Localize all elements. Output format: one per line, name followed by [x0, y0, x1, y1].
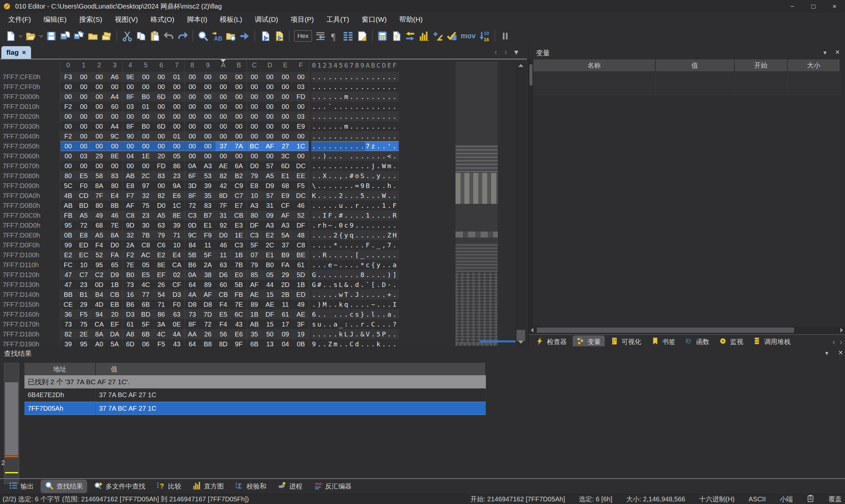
hex-byte[interactable]: DC: [293, 161, 309, 171]
hex-row[interactable]: 7FF7:D040hF200009C9000000100000000000000…: [0, 131, 527, 141]
hex-row[interactable]: 7FF7:D0F0h99EDF4D02AC8C610841146C35F2C37…: [0, 240, 527, 250]
hex-byte[interactable]: 02: [169, 270, 184, 280]
hex-byte[interactable]: 61: [122, 319, 138, 329]
hex-byte[interactable]: D0: [154, 200, 169, 211]
hex-byte[interactable]: 2B: [278, 290, 293, 300]
hex-byte[interactable]: 00: [60, 111, 76, 121]
hex-byte[interactable]: 00: [231, 82, 247, 92]
hex-byte[interactable]: F7: [122, 191, 138, 200]
hex-row[interactable]: 7FF7:D130h47230D1B734C26CF6489605BAF442D…: [0, 280, 527, 290]
hex-byte[interactable]: 3F: [293, 319, 309, 329]
hex-byte[interactable]: 07: [247, 250, 262, 260]
hex-byte[interactable]: 00: [107, 141, 122, 151]
hex-byte[interactable]: 00: [60, 161, 76, 171]
hex-byte[interactable]: B0: [262, 260, 278, 270]
hex-byte[interactable]: FD: [293, 92, 309, 102]
hex-byte[interactable]: 8D: [215, 191, 231, 200]
hex-byte[interactable]: 71: [154, 300, 169, 309]
hex-byte[interactable]: 00: [76, 161, 91, 171]
menu-item-2[interactable]: 搜索(S): [73, 15, 109, 24]
hex-row[interactable]: 7FF7:D010hF20000600301000000000000000000…: [0, 102, 527, 111]
hex-byte[interactable]: 7E: [122, 260, 138, 270]
hex-byte[interactable]: 92: [215, 220, 231, 230]
hex-byte[interactable]: AF: [122, 200, 138, 211]
bottom-tab-checksum[interactable]: Σ校验和: [231, 480, 271, 493]
hex-byte[interactable]: 63: [215, 260, 231, 270]
hex-byte[interactable]: 36: [60, 309, 76, 319]
menu-item-7[interactable]: 调试(D): [249, 15, 284, 24]
hex-row[interactable]: 7FF7:D170h7375CAEF615F3A0E8F72F443AB1517…: [0, 319, 527, 329]
hex-row[interactable]: 7FF7:D190h3995A05A6D06F54364B88D9F6B1304…: [0, 339, 527, 346]
hex-byte[interactable]: 7F: [215, 200, 231, 211]
hex-byte[interactable]: E7: [231, 200, 247, 211]
hex-byte[interactable]: 2C: [262, 240, 278, 250]
hex-byte[interactable]: 4D: [91, 300, 107, 309]
menu-item-5[interactable]: 脚本(I): [180, 15, 214, 24]
hex-byte[interactable]: 9C: [107, 131, 122, 141]
hex-byte[interactable]: 00: [247, 131, 262, 141]
hex-byte[interactable]: A3: [247, 200, 262, 211]
hex-byte[interactable]: 00: [138, 82, 154, 92]
swap-icon[interactable]: [403, 29, 417, 43]
hex-byte[interactable]: 00: [184, 121, 200, 131]
find-icon[interactable]: [196, 29, 210, 43]
hex-byte[interactable]: 99: [60, 240, 76, 250]
ascii-cell[interactable]: ......m.........: [312, 121, 398, 131]
hex-byte[interactable]: CD: [76, 191, 91, 200]
hex-byte[interactable]: 32: [138, 191, 154, 200]
hex-byte[interactable]: 49: [293, 300, 309, 309]
hex-byte[interactable]: 23: [76, 280, 91, 290]
hex-byte[interactable]: 00: [200, 131, 215, 141]
hex-byte[interactable]: C7: [76, 270, 91, 280]
pilcrow-icon[interactable]: ¶: [328, 29, 341, 43]
hex-byte[interactable]: 5B: [184, 250, 200, 260]
hex-byte[interactable]: C3: [184, 211, 200, 220]
menu-item-9[interactable]: 工具(T): [320, 15, 355, 24]
hex-byte[interactable]: 29: [278, 270, 293, 280]
hex-byte[interactable]: 11: [200, 240, 215, 250]
hex-byte[interactable]: D9: [262, 181, 278, 191]
hex-byte[interactable]: 37: [215, 141, 231, 151]
columns-icon[interactable]: [341, 29, 355, 43]
hex-byte[interactable]: 8D: [215, 339, 231, 346]
hex-byte[interactable]: 54: [154, 290, 169, 300]
hex-byte[interactable]: E1: [278, 171, 293, 181]
hex-byte[interactable]: 9E: [122, 72, 138, 82]
hex-byte[interactable]: D0: [247, 161, 262, 171]
hex-byte[interactable]: B2: [231, 171, 247, 181]
ascii-cell[interactable]: K....2...5...W..: [312, 191, 398, 200]
panel-dropdown-icon[interactable]: ▾: [825, 349, 828, 357]
hex-byte[interactable]: 61: [293, 260, 309, 270]
hex-byte[interactable]: 4B: [60, 191, 76, 200]
hex-byte[interactable]: 7E: [107, 220, 122, 230]
hex-byte[interactable]: 17: [278, 319, 293, 329]
hex-byte[interactable]: 82: [154, 191, 169, 200]
ascii-cell[interactable]: ......m.........: [312, 92, 398, 102]
hex-byte[interactable]: 4C: [154, 329, 169, 339]
hex-byte[interactable]: 00: [138, 141, 154, 151]
hex-byte[interactable]: 43: [169, 339, 184, 346]
hex-byte[interactable]: 00: [293, 72, 309, 82]
hex-byte[interactable]: 00: [184, 151, 200, 161]
hex-byte[interactable]: 89: [247, 300, 262, 309]
hex-byte[interactable]: 00: [154, 102, 169, 111]
hex-byte[interactable]: 00: [169, 121, 184, 131]
hex-byte[interactable]: 86: [169, 161, 184, 171]
hex-byte[interactable]: A3: [200, 161, 215, 171]
hex-byte[interactable]: E9: [293, 121, 309, 131]
hex-byte[interactable]: EF: [107, 319, 122, 329]
hex-byte[interactable]: F4: [91, 240, 107, 250]
hex-byte[interactable]: 00: [200, 151, 215, 161]
hex-byte[interactable]: 00: [60, 92, 76, 102]
ascii-cell[interactable]: ...........j.Wm.: [312, 161, 398, 171]
hex-byte[interactable]: 00: [60, 121, 76, 131]
hex-byte[interactable]: 79: [247, 260, 262, 270]
hex-byte[interactable]: CF: [169, 280, 184, 290]
hex-byte[interactable]: 1B: [231, 250, 247, 260]
hex-byte[interactable]: 8F: [184, 319, 200, 329]
hex-byte[interactable]: 00: [91, 141, 107, 151]
hex-byte[interactable]: 0D: [184, 220, 200, 230]
hex-byte[interactable]: 00: [169, 82, 184, 92]
hex-byte[interactable]: D0: [107, 240, 122, 250]
hex-byte[interactable]: E8: [76, 230, 91, 240]
